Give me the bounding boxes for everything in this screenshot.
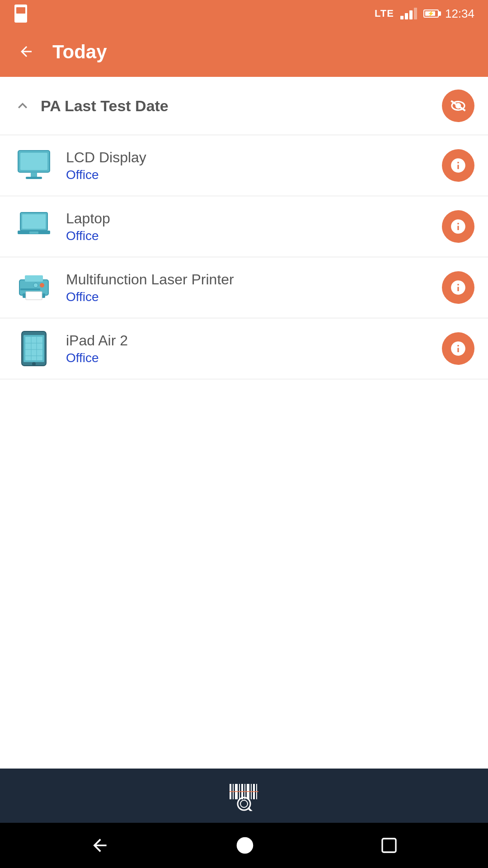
item-location: Office — [66, 229, 442, 243]
sim-icon — [13, 5, 29, 24]
item-text: LCD Display Office — [66, 149, 442, 182]
svg-rect-44 — [382, 839, 396, 852]
svg-rect-1 — [16, 7, 25, 14]
svg-rect-8 — [26, 177, 42, 179]
svg-point-22 — [32, 362, 36, 366]
item-location: Office — [66, 168, 442, 182]
nav-home-button[interactable] — [235, 835, 255, 855]
svg-point-43 — [237, 837, 253, 854]
barcode-scanner-icon — [226, 779, 262, 811]
status-bar: LTE ⚡ 12:34 — [0, 0, 488, 27]
status-icons: LTE ⚡ 12:34 — [375, 7, 474, 21]
svg-rect-14 — [25, 275, 43, 282]
svg-rect-16 — [26, 292, 42, 300]
battery-icon: ⚡ — [423, 9, 439, 18]
item-text: Multifunction Laser Printer Office — [66, 271, 442, 304]
lte-label: LTE — [375, 8, 394, 19]
lcd-icon — [14, 145, 54, 186]
section-title: PA Last Test Date — [41, 97, 169, 115]
laptop-icon — [14, 206, 54, 247]
item-name: Multifunction Laser Printer — [66, 271, 442, 288]
svg-rect-6 — [20, 153, 47, 170]
item-text: Laptop Office — [66, 210, 442, 243]
info-button[interactable] — [442, 149, 474, 182]
list-item: iPad Air 2 Office — [0, 318, 488, 379]
list-item: Laptop Office — [0, 196, 488, 257]
barcode-scanner-button[interactable] — [226, 779, 262, 812]
page-title: Today — [52, 41, 107, 63]
info-button[interactable] — [442, 271, 474, 304]
svg-point-17 — [40, 283, 44, 288]
item-name: LCD Display — [66, 149, 442, 166]
info-button[interactable] — [442, 210, 474, 243]
svg-rect-19 — [20, 288, 40, 290]
time-display: 12:34 — [445, 7, 474, 21]
hide-button[interactable] — [442, 90, 474, 122]
svg-rect-7 — [31, 172, 37, 177]
svg-rect-12 — [29, 231, 38, 234]
section-header: PA Last Test Date — [0, 77, 488, 135]
nav-bar — [0, 823, 488, 868]
nav-recent-icon — [380, 836, 398, 854]
svg-point-18 — [33, 283, 38, 288]
nav-back-icon — [90, 835, 110, 855]
chevron-up-icon[interactable] — [14, 97, 32, 115]
item-text: iPad Air 2 Office — [66, 332, 442, 365]
printer-icon — [14, 267, 54, 308]
app-header: Today — [0, 27, 488, 77]
bottom-app-bar — [0, 769, 488, 823]
nav-back-button[interactable] — [90, 835, 110, 855]
item-location: Office — [66, 290, 442, 304]
svg-line-41 — [249, 808, 254, 811]
back-button[interactable] — [14, 39, 39, 66]
list-item: LCD Display Office — [0, 135, 488, 196]
section-header-left: PA Last Test Date — [14, 97, 169, 115]
svg-rect-10 — [22, 214, 46, 229]
nav-recent-button[interactable] — [380, 836, 398, 854]
nav-home-icon — [235, 835, 255, 855]
ipad-icon — [14, 328, 54, 369]
svg-rect-23 — [25, 337, 42, 360]
info-button[interactable] — [442, 332, 474, 365]
item-name: Laptop — [66, 210, 442, 227]
item-location: Office — [66, 351, 442, 365]
svg-point-40 — [240, 800, 248, 807]
item-list: LCD Display Office Laptop Office — [0, 135, 488, 379]
list-item: Multifunction Laser Printer Office — [0, 257, 488, 318]
signal-strength-icon — [400, 8, 417, 19]
item-name: iPad Air 2 — [66, 332, 442, 349]
